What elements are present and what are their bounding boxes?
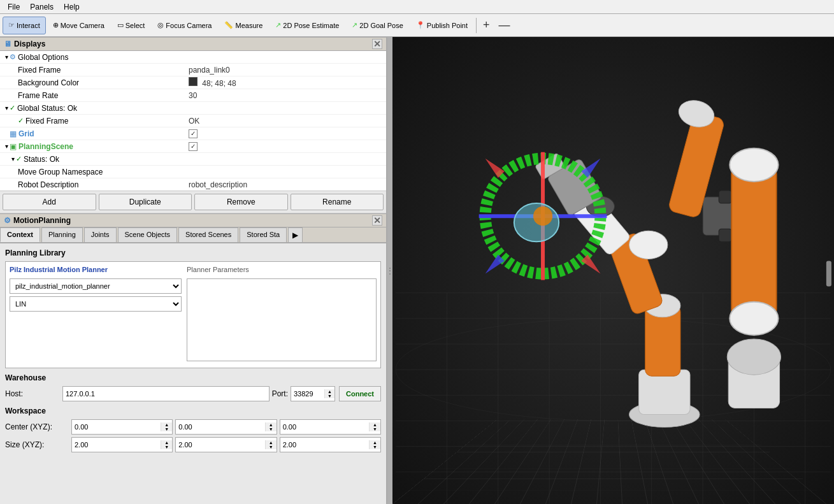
add-button[interactable]: Add [3,194,96,210]
mp-context-content: Planning Library Pilz Industrial Motion … [0,243,386,504]
toolbar-plus-button[interactable]: + [479,18,494,32]
motion-planning-panel: ⚙ MotionPlanning ✕ Context Planning Join… [0,213,386,504]
tree-node-label: Global Status: Ok [17,104,77,113]
tab-context[interactable]: Context [0,227,40,242]
connect-button[interactable]: Connect [339,386,381,401]
planner-dropdown-row: pilz_industrial_motion_planner [10,278,182,294]
port-up-button[interactable]: ▲ [325,389,334,394]
menu-bar: File Panels Help [0,0,834,14]
size-z[interactable] [280,438,369,452]
grid-blue-icon: ▦ [10,129,17,138]
ruler-icon: 📏 [224,21,233,29]
tree-row: Robot Description robot_description [0,178,386,191]
center-z-up[interactable]: ▲ [370,422,380,427]
size-z-down[interactable]: ▼ [370,445,380,449]
tab-joints[interactable]: Joints [84,227,117,242]
size-x-down[interactable]: ▼ [161,445,172,449]
expand-arrow[interactable]: ▾ [5,143,8,150]
size-y-up[interactable]: ▲ [266,440,277,445]
menu-file[interactable]: File [3,1,25,13]
planning-library-title: Planning Library [5,248,381,257]
host-row: Host: Port: ▲ ▼ Connect [5,386,381,401]
center-x-down[interactable]: ▼ [161,427,172,431]
expand-arrow[interactable]: ▾ [5,54,8,61]
remove-button[interactable]: Remove [194,194,288,210]
port-input[interactable] [291,387,324,401]
displays-close-button[interactable]: ✕ [372,39,382,49]
motion-type-dropdown-row: LIN PTP CIRC [10,296,182,312]
tree-row: ▾ ✓ Global Status: Ok [0,102,386,115]
center-z[interactable] [280,420,369,434]
tab-more-button[interactable]: ▶ [288,227,303,242]
left-panel: 🖥 Displays ✕ ▾ ⚙ Global Options [0,37,387,504]
size-x-up[interactable]: ▲ [161,440,172,445]
center-x-up[interactable]: ▲ [161,422,172,427]
expand-arrow[interactable]: ▾ [5,104,8,112]
tab-stored-sta[interactable]: Stored Sta [240,227,287,242]
center-y[interactable] [176,420,264,434]
tree-row: Frame Rate 30 [0,89,386,102]
visibility-checkbox[interactable] [189,129,198,138]
2d-goal-button[interactable]: ↗ 2D Goal Pose [346,17,408,34]
svg-rect-38 [719,229,731,241]
port-label: Port: [270,389,291,398]
tree-row: ✓ Fixed Frame OK [0,115,386,127]
tree-node-label: Status: Ok [24,155,59,164]
tree-node-label: Fixed Frame [18,66,61,75]
rename-button[interactable]: Rename [291,194,384,210]
tree-row: ▾ ⚙ Global Options [0,51,386,64]
svg-point-43 [730,302,778,335]
checkmark-icon: ✓ [18,117,24,125]
size-label: Size (XYZ): [5,440,69,449]
svg-point-35 [533,206,552,226]
displays-icon: 🖥 [4,40,11,48]
main-layout: 🖥 Displays ✕ ▾ ⚙ Global Options [0,37,834,504]
size-z-up[interactable]: ▲ [370,440,380,445]
2d-pose-button[interactable]: ↗ 2D Pose Estimate [270,17,345,34]
3d-viewport[interactable] [392,37,834,504]
tree-node-label: PlanningScene [18,142,73,151]
measure-button[interactable]: 📏 Measure [219,17,268,34]
panel-splitter[interactable] [387,37,392,504]
tree-node-label: Background Color [18,78,79,87]
tab-planning[interactable]: Planning [41,227,83,242]
host-input[interactable] [62,386,270,401]
host-label: Host: [5,389,62,398]
tree-row: ▾ ▦ Grid [0,127,386,140]
center-y-up[interactable]: ▲ [266,422,277,427]
mp-close-button[interactable]: ✕ [372,215,382,226]
duplicate-button[interactable]: Duplicate [99,194,192,210]
center-z-down[interactable]: ▼ [370,427,380,431]
move-camera-button[interactable]: ⊕ Move Camera [47,17,110,34]
planner-params-area [187,278,377,361]
focus-camera-button[interactable]: ◎ Focus Camera [152,17,217,34]
motion-type-dropdown[interactable]: LIN PTP CIRC [10,296,182,312]
interact-button[interactable]: ☞ Interact [3,17,46,34]
menu-help[interactable]: Help [59,1,85,13]
planning-icon: ▣ [10,142,17,151]
center-y-down[interactable]: ▼ [266,427,277,431]
svg-point-45 [727,339,780,375]
goal-icon: ↗ [352,21,357,29]
viewport-handle-right[interactable] [826,261,831,286]
size-y-down[interactable]: ▼ [266,445,277,449]
port-down-button[interactable]: ▼ [325,394,334,398]
tree-row: ▾ ▣ PlanningScene [0,140,386,153]
menu-panels[interactable]: Panels [25,1,59,13]
workspace-center-row: Center (XYZ): ▲ ▼ ▲ ▼ [5,419,381,435]
planner-dropdown[interactable]: pilz_industrial_motion_planner [10,278,182,294]
tab-scene-objects[interactable]: Scene Objects [118,227,178,242]
warehouse-title: Warehouse [5,373,381,382]
size-y[interactable] [176,438,264,452]
select-button[interactable]: ▭ Select [111,17,151,34]
size-x[interactable] [72,438,161,452]
checkmark-icon: ✓ [16,155,22,163]
expand-arrow[interactable]: ▾ [11,155,15,162]
center-x[interactable] [72,420,161,434]
tab-stored-scenes[interactable]: Stored Scenes [178,227,238,242]
pose-icon: ↗ [275,21,281,29]
toolbar-separator [476,18,477,33]
visibility-checkbox[interactable] [189,142,198,151]
toolbar-minus-button[interactable]: — [495,18,514,32]
publish-point-button[interactable]: 📍 Publish Point [410,17,473,34]
